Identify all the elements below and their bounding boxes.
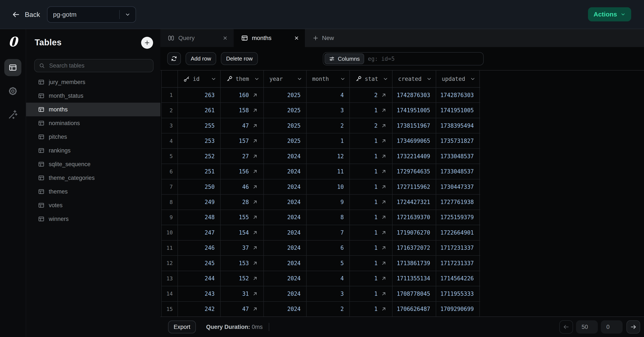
row-number-header[interactable] — [162, 70, 178, 87]
cell-year[interactable]: 2024 — [264, 210, 306, 225]
cell-created[interactable]: 1734699065 — [392, 134, 436, 148]
cell-id[interactable]: 251 — [178, 164, 221, 179]
cell-theme[interactable]: 160 — [221, 88, 264, 102]
row-number[interactable]: 12 — [162, 256, 178, 270]
foreign-key-link-icon[interactable] — [381, 291, 386, 296]
next-page-button[interactable] — [626, 320, 640, 334]
row-number[interactable]: 9 — [162, 210, 178, 225]
cell-month[interactable]: 2 — [306, 302, 350, 316]
cell-year[interactable]: 2025 — [264, 103, 306, 118]
cell-year[interactable]: 2024 — [264, 194, 306, 209]
cell-created[interactable]: 1727115962 — [392, 180, 436, 194]
add-table-button[interactable] — [141, 37, 153, 49]
foreign-key-link-icon[interactable] — [381, 92, 386, 98]
cell-year[interactable]: 2024 — [264, 164, 306, 179]
sidebar-item-rankings[interactable]: rankings — [26, 144, 160, 158]
foreign-key-link-icon[interactable] — [252, 123, 258, 128]
cell-year[interactable]: 2024 — [264, 256, 306, 270]
foreign-key-link-icon[interactable] — [252, 276, 258, 281]
close-icon[interactable] — [294, 35, 299, 41]
foreign-key-link-icon[interactable] — [381, 230, 386, 236]
column-header-month[interactable]: month — [306, 70, 350, 87]
cell-theme[interactable]: 155 — [221, 210, 264, 225]
add-row-button[interactable]: Add row — [186, 52, 216, 65]
cell-month[interactable]: 3 — [306, 103, 350, 118]
cell-status[interactable]: 2 — [350, 118, 392, 133]
foreign-key-link-icon[interactable] — [381, 260, 386, 266]
cell-month[interactable]: 2 — [306, 118, 350, 133]
delete-row-button[interactable]: Delete row — [221, 52, 258, 65]
sidebar-item-themes[interactable]: themes — [26, 185, 160, 198]
chevron-down-icon[interactable] — [211, 76, 216, 82]
foreign-key-link-icon[interactable] — [252, 291, 258, 296]
sidebar-item-nominations[interactable]: nominations — [26, 116, 160, 130]
cell-id[interactable]: 253 — [178, 134, 221, 148]
cell-month[interactable]: 4 — [306, 271, 350, 286]
cell-year[interactable]: 2024 — [264, 149, 306, 164]
column-header-created[interactable]: created — [392, 70, 436, 87]
foreign-key-link-icon[interactable] — [381, 199, 386, 205]
cell-status[interactable]: 1 — [350, 302, 392, 316]
cell-month[interactable]: 10 — [306, 180, 350, 194]
cell-id[interactable]: 246 — [178, 240, 221, 255]
cell-status[interactable]: 2 — [350, 88, 392, 102]
cell-created[interactable]: 1706626487 — [392, 302, 436, 316]
cell-month[interactable]: 11 — [306, 164, 350, 179]
foreign-key-link-icon[interactable] — [381, 108, 386, 113]
row-number[interactable]: 3 — [162, 118, 178, 133]
gear-icon[interactable] — [8, 86, 18, 96]
row-number[interactable]: 13 — [162, 271, 178, 286]
cell-year[interactable]: 2024 — [264, 271, 306, 286]
foreign-key-link-icon[interactable] — [381, 169, 386, 174]
cell-year[interactable]: 2025 — [264, 134, 306, 148]
cell-id[interactable]: 250 — [178, 180, 221, 194]
cell-updated[interactable]: 1738395494 — [436, 118, 480, 133]
cell-theme[interactable]: 47 — [221, 302, 264, 316]
cell-updated[interactable]: 1733048537 — [436, 164, 480, 179]
cell-created[interactable]: 1708778045 — [392, 286, 436, 301]
foreign-key-link-icon[interactable] — [381, 123, 386, 128]
magic-wand-icon[interactable] — [8, 110, 18, 120]
cell-updated[interactable]: 1730447337 — [436, 180, 480, 194]
cell-created[interactable]: 1729764635 — [392, 164, 436, 179]
chevron-down-icon[interactable] — [470, 76, 476, 82]
cell-status[interactable]: 1 — [350, 271, 392, 286]
database-selector[interactable]: pg-gotm — [47, 6, 136, 23]
cell-updated[interactable]: 1711955333 — [436, 286, 480, 301]
previous-page-button[interactable] — [559, 320, 573, 334]
foreign-key-link-icon[interactable] — [381, 138, 386, 144]
row-number[interactable]: 14 — [162, 286, 178, 301]
filter-input[interactable] — [364, 55, 482, 62]
rail-item-tables[interactable] — [4, 59, 22, 76]
cell-month[interactable]: 6 — [306, 240, 350, 255]
cell-month[interactable]: 5 — [306, 256, 350, 270]
column-header-theme[interactable]: them — [221, 70, 264, 87]
cell-year[interactable]: 2024 — [264, 286, 306, 301]
refresh-button[interactable] — [167, 52, 181, 65]
row-number[interactable]: 8 — [162, 194, 178, 209]
columns-button[interactable]: Columns — [324, 54, 364, 64]
cell-updated[interactable]: 1722664901 — [436, 225, 480, 240]
cell-id[interactable]: 247 — [178, 225, 221, 240]
row-number[interactable]: 10 — [162, 225, 178, 240]
cell-status[interactable]: 1 — [350, 225, 392, 240]
cell-status[interactable]: 1 — [350, 210, 392, 225]
cell-status[interactable]: 1 — [350, 240, 392, 255]
cell-status[interactable]: 1 — [350, 180, 392, 194]
cell-created[interactable]: 1719076270 — [392, 225, 436, 240]
row-number[interactable]: 15 — [162, 302, 178, 316]
cell-id[interactable]: 249 — [178, 194, 221, 209]
foreign-key-link-icon[interactable] — [252, 199, 258, 205]
foreign-key-link-icon[interactable] — [381, 245, 386, 250]
cell-updated[interactable]: 1709290699 — [436, 302, 480, 316]
cell-updated[interactable]: 1741951005 — [436, 103, 480, 118]
tab-months[interactable]: months — [234, 29, 305, 47]
cell-created[interactable]: 1716372072 — [392, 240, 436, 255]
cell-year[interactable]: 2024 — [264, 225, 306, 240]
cell-theme[interactable]: 153 — [221, 256, 264, 270]
foreign-key-link-icon[interactable] — [381, 306, 386, 312]
cell-year[interactable]: 2025 — [264, 118, 306, 133]
cell-id[interactable]: 252 — [178, 149, 221, 164]
cell-created[interactable]: 1711355134 — [392, 271, 436, 286]
search-tables-input[interactable] — [48, 62, 149, 70]
